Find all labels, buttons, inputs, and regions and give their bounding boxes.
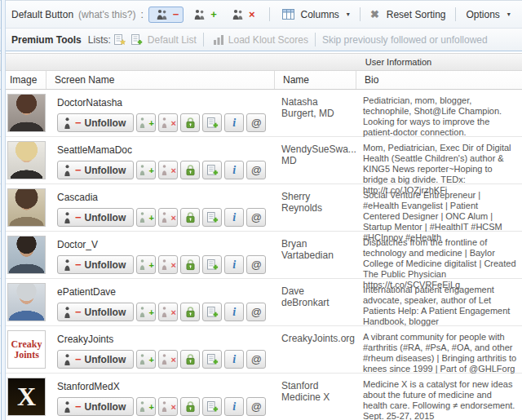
load-klout-scores-button[interactable]: Load Klout Scores bbox=[228, 34, 308, 46]
add-to-list-button[interactable] bbox=[202, 350, 222, 369]
default-list-button[interactable]: Default List bbox=[148, 34, 197, 46]
lock-icon bbox=[184, 259, 197, 271]
add-to-list-button[interactable] bbox=[202, 161, 222, 179]
avatar-text: Creaky Joints bbox=[11, 339, 42, 360]
protect-button[interactable] bbox=[180, 255, 200, 274]
mention-button[interactable]: @ bbox=[246, 255, 266, 274]
columns-grid-icon bbox=[282, 9, 294, 20]
protect-button[interactable] bbox=[180, 161, 200, 179]
screen-name-link[interactable]: SeattleMamaDoc bbox=[57, 144, 275, 156]
mention-button[interactable]: @ bbox=[246, 350, 266, 369]
bio-cell: A vibrant community for people with #art… bbox=[356, 326, 522, 374]
column-header-screen-name[interactable]: Screen Name bbox=[46, 71, 275, 89]
columns-menu-button[interactable]: Columns ▾ bbox=[276, 7, 353, 23]
list-star-icon[interactable] bbox=[113, 33, 126, 46]
unfollow-button[interactable]: − Unfollow bbox=[57, 208, 134, 227]
screen-name-link[interactable]: Cascadia bbox=[57, 192, 275, 203]
separator bbox=[455, 7, 456, 21]
add-to-list-button[interactable] bbox=[202, 208, 222, 227]
cross-icon: × bbox=[249, 11, 255, 19]
reset-sorting-button[interactable]: ✖ Reset Sorting bbox=[367, 6, 449, 23]
protect-button[interactable] bbox=[180, 397, 200, 416]
unfollow-button[interactable]: − Unfollow bbox=[57, 161, 134, 179]
block-button[interactable]: × bbox=[158, 161, 178, 179]
follow-button[interactable]: + bbox=[136, 303, 156, 321]
screen-name-cell: DoctorNatasha − Unfollow + bbox=[46, 90, 275, 138]
unfollow-button[interactable]: − Unfollow bbox=[57, 113, 134, 132]
image-cell: X bbox=[0, 374, 46, 420]
name-cell: Natasha Burgert, MD bbox=[275, 90, 356, 138]
column-header-bio[interactable]: Bio bbox=[356, 71, 522, 89]
whats-this-link[interactable]: (what's this?) bbox=[78, 9, 135, 20]
follow-button[interactable]: + bbox=[136, 255, 156, 274]
protect-button[interactable] bbox=[180, 113, 200, 132]
person-icon bbox=[139, 259, 146, 270]
add-to-list-button[interactable] bbox=[202, 255, 222, 274]
mention-button[interactable]: @ bbox=[246, 113, 266, 132]
mention-button[interactable]: @ bbox=[246, 208, 266, 227]
screen-name-link[interactable]: DoctorNatasha bbox=[57, 97, 275, 108]
person-icon bbox=[161, 401, 168, 412]
block-button[interactable]: × bbox=[158, 255, 178, 274]
lock-icon bbox=[184, 353, 197, 365]
avatar[interactable] bbox=[7, 236, 46, 274]
info-button[interactable]: i bbox=[224, 255, 244, 274]
table-row: Cascadia − Unfollow + bbox=[0, 184, 522, 232]
default-follow-button[interactable]: + bbox=[186, 7, 222, 23]
info-button[interactable]: i bbox=[224, 397, 244, 416]
screen-name-link[interactable]: Doctor_V bbox=[57, 239, 275, 250]
protect-button[interactable] bbox=[180, 350, 200, 369]
mention-button[interactable]: @ bbox=[246, 161, 266, 179]
screen-name-link[interactable]: CreakyJoints bbox=[57, 334, 275, 345]
name-cell: Dave deBronkart bbox=[275, 279, 356, 327]
follow-button[interactable]: + bbox=[136, 397, 156, 416]
follow-button[interactable]: + bbox=[136, 208, 156, 227]
info-button[interactable]: i bbox=[224, 113, 244, 132]
protect-button[interactable] bbox=[180, 303, 200, 321]
mention-button[interactable]: @ bbox=[246, 303, 266, 321]
screen-name-link[interactable]: StanfordMedX bbox=[57, 381, 275, 392]
follow-button[interactable]: + bbox=[136, 113, 156, 132]
block-button[interactable]: × bbox=[158, 397, 178, 416]
unfollow-button[interactable]: − Unfollow bbox=[57, 255, 134, 274]
list-add-icon[interactable] bbox=[130, 33, 143, 46]
info-button[interactable]: i bbox=[224, 208, 244, 227]
protect-button[interactable] bbox=[180, 208, 200, 227]
unfollow-button[interactable]: − Unfollow bbox=[57, 350, 134, 369]
info-button[interactable]: i bbox=[224, 161, 244, 179]
cross-icon: × bbox=[171, 309, 176, 316]
follow-button[interactable]: + bbox=[136, 161, 156, 179]
follow-button[interactable]: + bbox=[136, 350, 156, 369]
default-block-button[interactable]: × bbox=[224, 7, 260, 23]
default-unfollow-button[interactable]: − bbox=[148, 7, 184, 23]
skip-followed-toggle[interactable]: Skip previously followed or unfollowed bbox=[322, 34, 488, 46]
column-header-image[interactable]: Image bbox=[0, 71, 46, 89]
avatar[interactable]: Creaky Joints bbox=[7, 330, 46, 369]
add-to-list-button[interactable] bbox=[202, 397, 222, 416]
person-icon bbox=[161, 354, 168, 365]
column-header-name[interactable]: Name bbox=[275, 71, 356, 89]
minus-icon: − bbox=[75, 356, 82, 363]
screen-name-link[interactable]: ePatientDave bbox=[57, 286, 275, 298]
add-to-list-button[interactable] bbox=[202, 303, 222, 321]
options-menu-button[interactable]: Options ▾ bbox=[462, 7, 513, 23]
avatar[interactable] bbox=[7, 188, 46, 227]
block-button[interactable]: × bbox=[158, 303, 178, 321]
avatar[interactable] bbox=[7, 141, 46, 179]
avatar[interactable] bbox=[7, 94, 46, 132]
avatar[interactable]: X bbox=[7, 378, 46, 416]
block-button[interactable]: × bbox=[158, 350, 178, 369]
plus-icon: + bbox=[149, 214, 154, 221]
table-group-header: User Information bbox=[0, 53, 522, 71]
unfollow-button[interactable]: − Unfollow bbox=[57, 397, 134, 416]
block-button[interactable]: × bbox=[158, 113, 178, 132]
image-cell bbox=[0, 279, 46, 327]
info-button[interactable]: i bbox=[224, 303, 244, 321]
avatar[interactable] bbox=[7, 283, 46, 321]
mention-button[interactable]: @ bbox=[246, 397, 266, 416]
table-row: DoctorNatasha − Unfollow + bbox=[0, 90, 522, 137]
unfollow-button[interactable]: − Unfollow bbox=[57, 303, 134, 321]
block-button[interactable]: × bbox=[158, 208, 178, 227]
info-button[interactable]: i bbox=[224, 350, 244, 369]
add-to-list-button[interactable] bbox=[202, 113, 222, 132]
